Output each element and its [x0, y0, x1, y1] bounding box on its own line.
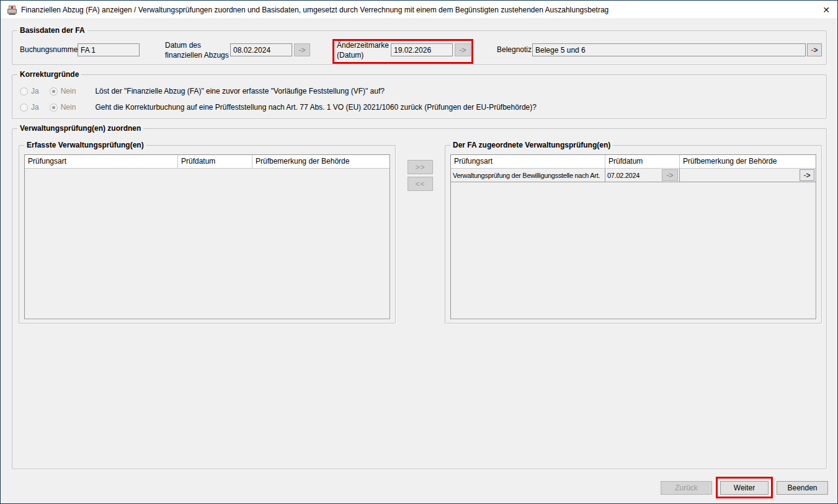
move-right-button: >>: [408, 160, 433, 174]
zugeordnete-col-pruefbemerkung: Prüfbemerkung der Behörde: [680, 155, 816, 168]
zugeordnete-col-pruefungsart: Prüfungsart: [451, 155, 605, 168]
group-erfasste-legend: Erfasste Verwaltungsprüfung(en): [24, 141, 146, 149]
vf-nein-label: Nein: [61, 87, 76, 95]
datum-abzug-label: Datum des finanziellen Abzugs: [165, 41, 230, 60]
pruef-nein-label: Nein: [61, 103, 76, 112]
close-icon[interactable]: ✕: [818, 2, 834, 17]
group-korrekturgruende-legend: Korrekturgründe: [17, 70, 81, 79]
pruef-ja-radio: [20, 104, 28, 112]
vf-ja-label: Ja: [31, 87, 39, 95]
belegnotiz-expand-button[interactable]: ->: [807, 43, 822, 56]
belegnotiz-input[interactable]: [532, 43, 806, 56]
pruef-question-text: Geht die Korrekturbuchung auf eine Prüff…: [95, 103, 537, 112]
pruef-ja-label: Ja: [31, 103, 39, 112]
belegnotiz-label: Belegnotiz: [497, 45, 532, 55]
erfasste-col-pruefungsart: Prüfungsart: [25, 155, 178, 168]
buchungsnummer-label: Buchungsnummer: [20, 45, 80, 55]
pruef-nein-radio: [50, 104, 58, 112]
window-title: Finanziellen Abzug (FA) anzeigen / Verwa…: [21, 6, 608, 14]
beenden-button[interactable]: Beenden: [777, 481, 828, 495]
vf-nein-radio: [50, 87, 58, 95]
vf-ja-radio: [20, 87, 28, 95]
cell-pruefbemerkung: ->: [680, 169, 816, 182]
group-zuordnen-legend: Verwaltungsprüfung(en) zuordnen: [17, 124, 143, 133]
dialog-window: Finanziellen Abzug (FA) anzeigen / Verwa…: [0, 0, 838, 504]
question-row-vf: Ja Nein Löst der "Finanzielle Abzug (FA)…: [20, 86, 385, 97]
erfasste-col-pruefbemerkung: Prüfbemerkung der Behörde: [252, 155, 390, 168]
question-row-pruef: Ja Nein Geht die Korrekturbuchung auf ei…: [20, 102, 537, 113]
group-basisdaten: Basisdaten der FA Buchungsnummer Datum d…: [12, 30, 827, 65]
weiter-button[interactable]: Weiter: [720, 481, 769, 495]
group-erfasste: Erfasste Verwaltungsprüfung(en) Prüfungs…: [19, 145, 396, 324]
erfasste-col-pruefdatum: Prüfdatum: [178, 155, 252, 168]
aenderzeitmarke-input[interactable]: [391, 43, 453, 56]
pruefdatum-expand-button: ->: [662, 169, 678, 181]
move-left-button: <<: [408, 177, 433, 191]
erfasste-table: Prüfungsart Prüfdatum Prüfbemerkung der …: [24, 154, 390, 319]
aenderzeitmarke-label: Änderzeitmarke (Datum): [337, 41, 393, 60]
cell-pruefungsart: Verwaltungsprüfung der Bewilligungsstell…: [451, 169, 605, 182]
group-basisdaten-legend: Basisdaten der FA: [17, 26, 87, 35]
zugeordnete-col-pruefdatum: Prüfdatum: [605, 155, 680, 168]
titlebar: Finanziellen Abzug (FA) anzeigen / Verwa…: [1, 1, 837, 19]
datum-abzug-picker-button: ->: [294, 43, 310, 56]
group-zugeordnete: Der FA zugeordnete Verwaltungsprüfung(en…: [445, 145, 822, 324]
cell-pruefdatum: 07.02.2024 ->: [605, 169, 680, 182]
group-zugeordnete-legend: Der FA zugeordnete Verwaltungsprüfung(en…: [450, 141, 613, 149]
aenderzeitmarke-picker-button: ->: [455, 43, 471, 56]
table-row[interactable]: Verwaltungsprüfung der Bewilligungsstell…: [451, 169, 816, 182]
zurueck-button: Zurück: [661, 481, 712, 495]
group-zuordnen: Verwaltungsprüfung(en) zuordnen Erfasste…: [12, 128, 827, 469]
buchungsnummer-input[interactable]: [78, 43, 140, 56]
datum-abzug-input[interactable]: [230, 43, 292, 56]
group-korrekturgruende: Korrekturgründe Ja Nein Löst der "Finanz…: [12, 74, 827, 119]
pruefbemerkung-expand-button[interactable]: ->: [800, 169, 814, 181]
vf-question-text: Löst der "Finanzielle Abzug (FA)" eine z…: [95, 87, 385, 95]
erfasste-table-header: Prüfungsart Prüfdatum Prüfbemerkung der …: [25, 155, 390, 169]
app-icon: [7, 5, 17, 15]
zugeordnete-table-header: Prüfungsart Prüfdatum Prüfbemerkung der …: [451, 155, 816, 169]
zugeordnete-table: Prüfungsart Prüfdatum Prüfbemerkung der …: [450, 154, 816, 319]
